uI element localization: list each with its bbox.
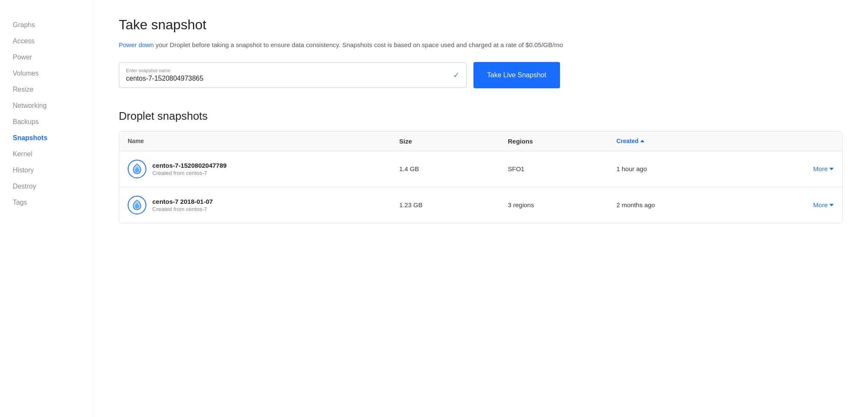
snapshot-name-cell-2: centos-7 2018-01-07 Created from centos-… — [128, 196, 399, 214]
sort-arrow-icon — [640, 140, 644, 142]
col-header-actions — [725, 138, 834, 145]
sidebar: Graphs Access Power Volumes Resize Netwo… — [0, 0, 93, 417]
snapshot-subtitle-1: Created from centos-7 — [152, 170, 227, 176]
snapshot-name-info-1: centos-7-1520802047789 Created from cent… — [152, 162, 227, 176]
more-button-2[interactable]: More — [813, 201, 834, 208]
sidebar-item-backups[interactable]: Backups — [13, 114, 93, 130]
snapshot-input-label: Enter snapshot name — [126, 68, 449, 73]
snapshot-icon-2 — [128, 196, 146, 214]
power-down-link[interactable]: Power down — [119, 41, 154, 48]
table-header: Name Size Regions Created — [119, 132, 842, 151]
table-row: centos-7 2018-01-07 Created from centos-… — [119, 187, 842, 223]
col-header-name: Name — [128, 138, 399, 145]
sidebar-item-tags[interactable]: Tags — [13, 194, 93, 211]
col-header-size: Size — [399, 138, 508, 145]
check-icon: ✓ — [453, 70, 459, 80]
col-size-2: 1.23 GB — [399, 201, 508, 208]
snapshots-table: Name Size Regions Created centos-7-15208… — [119, 131, 843, 223]
sidebar-item-history[interactable]: History — [13, 162, 93, 178]
take-live-snapshot-button[interactable]: Take Live Snapshot — [473, 62, 560, 88]
sidebar-item-snapshots[interactable]: Snapshots — [13, 130, 93, 146]
sidebar-item-kernel[interactable]: Kernel — [13, 146, 93, 162]
col-regions-2: 3 regions — [508, 201, 616, 208]
snapshot-name-input[interactable] — [126, 75, 449, 82]
main-content: Take snapshot Power down your Droplet be… — [93, 0, 868, 417]
snapshot-input-row: Enter snapshot name ✓ Take Live Snapshot — [119, 62, 843, 88]
snapshot-subtitle-2: Created from centos-7 — [152, 206, 213, 212]
snapshot-icon-1 — [128, 160, 146, 178]
sidebar-item-networking[interactable]: Networking — [13, 98, 93, 114]
snapshot-name-cell-1: centos-7-1520802047789 Created from cent… — [128, 160, 399, 178]
chevron-down-icon-1 — [829, 168, 834, 170]
col-size-1: 1.4 GB — [399, 165, 508, 172]
snapshot-name-info-2: centos-7 2018-01-07 Created from centos-… — [152, 198, 213, 212]
more-label-1: More — [813, 165, 828, 172]
sidebar-item-power[interactable]: Power — [13, 49, 93, 65]
col-header-regions: Regions — [508, 138, 616, 145]
page-title: Take snapshot — [119, 17, 843, 33]
col-more-1: More — [725, 165, 834, 172]
snapshot-name-1: centos-7-1520802047789 — [152, 162, 227, 169]
more-button-1[interactable]: More — [813, 165, 834, 172]
col-created-2: 2 months ago — [616, 201, 725, 208]
sidebar-item-volumes[interactable]: Volumes — [13, 65, 93, 82]
description: Power down your Droplet before taking a … — [119, 40, 843, 50]
sidebar-item-graphs[interactable]: Graphs — [13, 17, 93, 33]
table-row: centos-7-1520802047789 Created from cent… — [119, 151, 842, 187]
created-label: Created — [616, 138, 638, 144]
input-inner: Enter snapshot name — [126, 68, 449, 82]
description-text: your Droplet before taking a snapshot to… — [154, 41, 563, 48]
col-created-1: 1 hour ago — [616, 165, 725, 172]
sidebar-item-destroy[interactable]: Destroy — [13, 178, 93, 194]
sidebar-item-access[interactable]: Access — [13, 33, 93, 49]
snapshot-name-2: centos-7 2018-01-07 — [152, 198, 213, 205]
section-title: Droplet snapshots — [119, 110, 843, 123]
col-more-2: More — [725, 201, 834, 208]
col-header-created[interactable]: Created — [616, 138, 725, 145]
chevron-down-icon-2 — [829, 204, 834, 206]
snapshot-input-wrapper: Enter snapshot name ✓ — [119, 62, 467, 88]
col-regions-1: SFO1 — [508, 165, 616, 172]
more-label-2: More — [813, 201, 828, 208]
sidebar-item-resize[interactable]: Resize — [13, 82, 93, 98]
